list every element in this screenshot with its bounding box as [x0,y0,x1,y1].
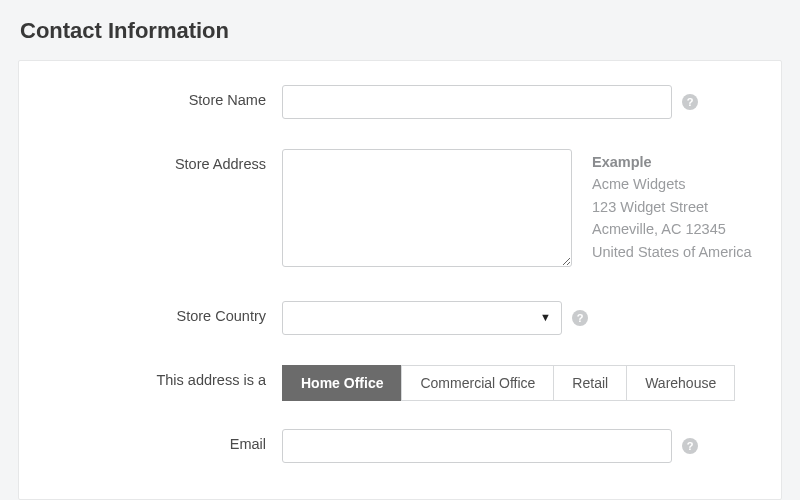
label-store-country: Store Country [37,301,282,324]
label-store-name: Store Name [37,85,282,108]
label-address-type: This address is a [37,365,282,388]
example-line: Acmeville, AC 12345 [592,218,752,240]
address-type-warehouse[interactable]: Warehouse [626,365,735,401]
example-line: Acme Widgets [592,173,752,195]
contact-form-panel: Store Name ? Store Address Example Acme … [18,60,782,500]
example-line: 123 Widget Street [592,196,752,218]
store-country-select[interactable]: ▼ [282,301,562,335]
label-store-address: Store Address [37,149,282,172]
example-title: Example [592,151,752,173]
section-title: Contact Information [20,18,782,44]
address-type-home-office[interactable]: Home Office [282,365,402,401]
row-address-type: This address is a Home Office Commercial… [37,365,763,401]
address-type-retail[interactable]: Retail [553,365,627,401]
email-input[interactable] [282,429,672,463]
field-store-address [282,149,572,271]
row-email: Email ? [37,429,763,463]
field-store-name [282,85,672,119]
address-type-group: Home Office Commercial Office Retail War… [282,365,735,401]
address-type-commercial-office[interactable]: Commercial Office [401,365,554,401]
row-store-country: Store Country ▼ ? [37,301,763,335]
row-store-address: Store Address Example Acme Widgets 123 W… [37,149,763,271]
example-line: United States of America [592,241,752,263]
row-store-name: Store Name ? [37,85,763,119]
label-email: Email [37,429,282,452]
field-store-country: ▼ [282,301,562,335]
store-address-input[interactable] [282,149,572,267]
help-icon[interactable]: ? [682,438,698,454]
help-icon[interactable]: ? [682,94,698,110]
field-email [282,429,672,463]
address-example: Example Acme Widgets 123 Widget Street A… [592,149,752,263]
chevron-down-icon: ▼ [540,311,551,323]
help-icon[interactable]: ? [572,310,588,326]
store-name-input[interactable] [282,85,672,119]
